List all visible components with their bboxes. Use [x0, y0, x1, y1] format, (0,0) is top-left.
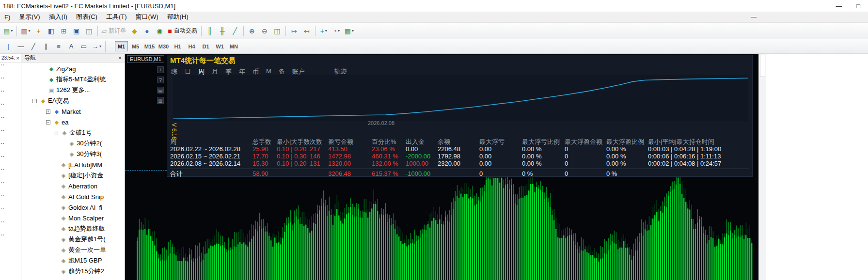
- help-button[interactable]: ?: [157, 77, 164, 83]
- sidebar-item-6[interactable]: −◈金破1号: [21, 127, 125, 138]
- sidebar-item-8[interactable]: ◈30分钟3(: [21, 149, 125, 159]
- list-item[interactable]: ··: [0, 193, 21, 206]
- strategy-tester-button[interactable]: ◫: [83, 25, 95, 37]
- sidebar-item-12[interactable]: ◈AI Gold Snip: [21, 191, 125, 202]
- new-order-button[interactable]: ▱新订单: [100, 25, 128, 37]
- tile-windows-button[interactable]: ◫: [271, 25, 283, 37]
- left-dock-close-icon[interactable]: ×: [16, 55, 19, 61]
- label-tool[interactable]: ▭: [78, 41, 90, 52]
- list-item[interactable]: ··: [0, 115, 21, 128]
- line-chart-button[interactable]: ╱: [229, 25, 241, 37]
- vertical-line-tool[interactable]: |: [2, 41, 14, 52]
- chart-shift-button[interactable]: ↤: [301, 25, 313, 37]
- market-watch-button[interactable]: +: [33, 25, 45, 37]
- list-item[interactable]: ··: [0, 154, 21, 167]
- sidebar-item-4[interactable]: +◆Market: [21, 106, 125, 117]
- minimize-panel-button[interactable]: ▤: [157, 87, 164, 93]
- sidebar-item-17[interactable]: ◈黄金一次一单: [21, 245, 125, 255]
- child-window-minimize-button[interactable]: —: [751, 14, 757, 20]
- table-cell: 最大浮盈比例: [606, 138, 648, 145]
- data-window-button[interactable]: ◧: [46, 25, 57, 37]
- community-button[interactable]: ●: [141, 25, 153, 37]
- sidebar-item-2[interactable]: ▣1262 更多...: [21, 85, 125, 95]
- sidebar-item-1[interactable]: ◆指标5-MT4盈利统: [21, 74, 125, 85]
- auto-scroll-button[interactable]: ↦: [288, 25, 300, 37]
- list-item[interactable]: ··: [0, 76, 21, 89]
- list-item[interactable]: ··: [0, 233, 21, 246]
- sidebar-item-15[interactable]: ◈ta趋势最终版: [21, 223, 125, 234]
- metaeditor-icon: ◆: [132, 28, 137, 34]
- collapse-icon[interactable]: −: [54, 131, 58, 135]
- bar-chart-button[interactable]: ║: [204, 25, 216, 37]
- timeframe-d1[interactable]: D1: [199, 41, 212, 51]
- timeframe-h4[interactable]: H4: [185, 41, 198, 51]
- sidebar-item-14[interactable]: ◈Mon Scalper: [21, 213, 125, 223]
- list-item[interactable]: ··: [0, 206, 21, 219]
- menu-item-0[interactable]: F): [0, 12, 15, 22]
- menu-item-6[interactable]: 帮助(H): [163, 12, 193, 22]
- maximize-button[interactable]: □: [849, 2, 868, 10]
- sidebar-item-7[interactable]: ◈30分钟2(: [21, 138, 125, 149]
- zoom-in-button[interactable]: ⊕: [246, 25, 258, 37]
- indicators-button[interactable]: +▾: [318, 25, 330, 37]
- vertical-scrollbar[interactable]: [758, 54, 766, 280]
- timeframe-m30[interactable]: M30: [157, 41, 170, 51]
- expand-icon[interactable]: +: [46, 109, 50, 114]
- list-item[interactable]: ··: [0, 167, 21, 180]
- fibonacci-tool[interactable]: ≡: [53, 41, 64, 52]
- timeframe-h1[interactable]: H1: [171, 41, 184, 51]
- list-item[interactable]: ··: [0, 62, 21, 76]
- sidebar-item-9[interactable]: ◈[EAHub]MM: [21, 159, 125, 170]
- list-item[interactable]: ··: [0, 141, 21, 154]
- menu-item-2[interactable]: 插入(I): [45, 12, 72, 22]
- trendline-tool[interactable]: ╱: [28, 41, 39, 52]
- minimize-button[interactable]: —: [829, 2, 849, 10]
- equidistant-channel-tool[interactable]: ∥: [40, 41, 52, 52]
- website-button[interactable]: ◉: [154, 25, 165, 37]
- timeframe-m5[interactable]: M5: [129, 41, 142, 51]
- horizontal-line-tool[interactable]: —: [15, 41, 27, 52]
- list-item[interactable]: ··: [0, 180, 21, 193]
- collapse-icon[interactable]: −: [32, 99, 37, 103]
- autotrade-button[interactable]: ■自动交易: [166, 25, 198, 37]
- collapse-panel-button[interactable]: ▥: [157, 97, 164, 104]
- chart-area[interactable]: EURUSD,M1 +?▤▥ MT4统计每一笔交易 V 6.16 综日周月季年币…: [125, 54, 758, 280]
- list-item[interactable]: ··: [0, 102, 21, 115]
- timeframe-m15[interactable]: M15: [143, 41, 156, 51]
- text-tool[interactable]: A: [65, 41, 77, 52]
- sidebar-item-18[interactable]: ◈跑M15 GBP: [21, 255, 125, 266]
- shapes-tool[interactable]: →▾: [91, 41, 103, 52]
- menu-item-5[interactable]: 窗口(W): [131, 12, 163, 22]
- navigator-button[interactable]: ⊞: [58, 25, 70, 37]
- navigator-close-icon[interactable]: ×: [118, 55, 122, 62]
- zoom-out-button[interactable]: ⊖: [259, 25, 270, 37]
- sidebar-item-11[interactable]: ◈Aberration: [21, 181, 125, 191]
- sidebar-item-16[interactable]: ◈黄金穿越1号(: [21, 234, 125, 245]
- periods-button[interactable]: ◔▾: [331, 25, 342, 37]
- sidebar-item-0[interactable]: ◆ZigZag: [21, 63, 125, 74]
- collapse-icon[interactable]: −: [46, 120, 50, 124]
- list-item[interactable]: ··: [0, 128, 21, 141]
- menu-item-1[interactable]: 显示(V): [15, 12, 44, 22]
- scrollbar-thumb[interactable]: [760, 55, 765, 77]
- timeframe-w1[interactable]: W1: [213, 41, 226, 51]
- toolbar-separator: [285, 26, 286, 36]
- sidebar-item-19[interactable]: ◈趋势15分钟2: [21, 266, 125, 277]
- menu-item-3[interactable]: 图表(C): [72, 12, 102, 22]
- list-item[interactable]: ··: [0, 89, 21, 102]
- sidebar-item-5[interactable]: −◆ea: [21, 117, 125, 127]
- metaeditor-button[interactable]: ◆: [128, 25, 140, 37]
- timeframe-m1[interactable]: M1: [115, 41, 128, 51]
- profiles-button[interactable]: ▥▾: [19, 25, 32, 37]
- drag-handle-button[interactable]: +: [157, 66, 164, 73]
- templates-button[interactable]: ▦▾: [343, 25, 355, 37]
- sidebar-item-13[interactable]: ◈Goldex AI_fi: [21, 202, 125, 213]
- new-chart-button[interactable]: ▤▾: [2, 25, 14, 37]
- list-item[interactable]: ··: [0, 219, 21, 233]
- candlestick-chart-button[interactable]: ╫: [217, 25, 228, 37]
- timeframe-mn[interactable]: MN: [227, 41, 240, 51]
- menu-item-4[interactable]: 工具(T): [102, 12, 131, 22]
- sidebar-item-10[interactable]: ◈[稳定]小资金: [21, 170, 125, 181]
- terminal-button[interactable]: ▣: [71, 25, 82, 37]
- sidebar-item-3[interactable]: −◆EA交易: [21, 95, 125, 106]
